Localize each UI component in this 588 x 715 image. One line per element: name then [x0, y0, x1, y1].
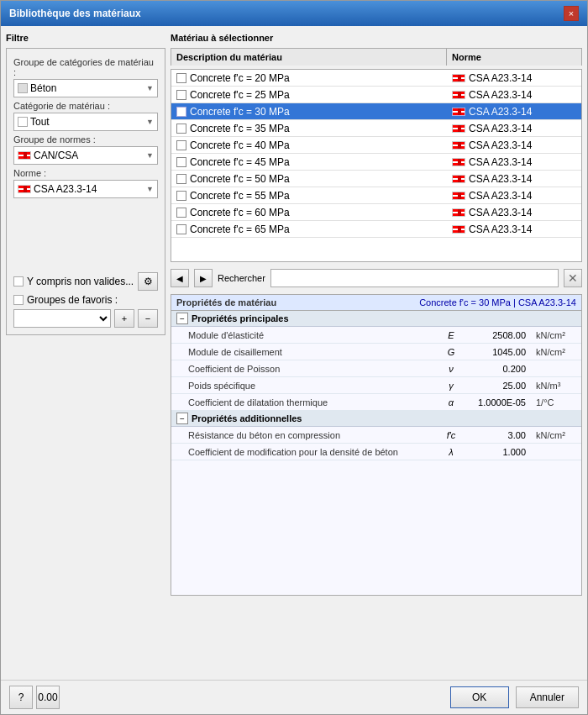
mat-cell-desc: Concrete f'c = 40 MPa — [171, 138, 447, 153]
norm-value: CSA A23.3-14 — [34, 183, 97, 195]
favorites-select[interactable] — [13, 309, 111, 328]
mat-checkbox — [176, 157, 186, 167]
nav-next-button[interactable]: ▶ — [194, 269, 213, 287]
search-input[interactable] — [270, 269, 559, 287]
norm-section: Norme : CSA A23.3-14 ▼ — [13, 168, 158, 198]
filter-group-box: Groupe de catégories de matériau : Béton… — [6, 48, 165, 335]
dropdown-arrow-4: ▼ — [146, 185, 154, 193]
table-row[interactable]: Concrete f'c = 35 MPa CSA A23.3-14 — [171, 120, 581, 137]
table-row[interactable]: Concrete f'c = 50 MPa CSA A23.3-14 — [171, 171, 581, 187]
prop-unit: kN/cm² — [531, 428, 581, 442]
properties-info: Concrete f'c = 30 MPa | CSA A23.3-14 — [419, 297, 576, 308]
favorites-checkbox[interactable] — [13, 295, 24, 305]
prop-name: Coefficient de dilatation thermique — [171, 396, 438, 409]
favorites-add-button[interactable]: + — [114, 309, 134, 328]
additional-section-toggle[interactable]: − — [176, 413, 188, 424]
search-label: Rechercher — [218, 273, 265, 283]
info-button[interactable]: 0.00 — [36, 686, 60, 709]
title-bar: Bibliothèque des matériaux × — [1, 1, 587, 26]
prop-unit: kN/m³ — [531, 379, 581, 392]
mat-cell-desc: Concrete f'c = 60 MPa — [171, 205, 447, 220]
property-row: Coefficient de Poisson ν 0.200 — [171, 360, 581, 377]
validate-settings-button[interactable]: ⚙ — [138, 272, 158, 291]
table-row[interactable]: Concrete f'c = 45 MPa CSA A23.3-14 — [171, 154, 581, 171]
dropdown-content-4: CSA A23.3-14 — [18, 183, 97, 195]
prop-name: Module d'élasticité — [171, 329, 438, 342]
mat-cell-desc: Concrete f'c = 45 MPa — [171, 155, 447, 170]
prop-unit: 1/°C — [531, 396, 581, 409]
properties-empty-space — [171, 460, 581, 595]
norm-group-label: Groupe de normes : — [13, 134, 158, 145]
prop-symbol: α — [438, 396, 464, 409]
validate-checkbox[interactable] — [13, 276, 24, 287]
prop-symbol: f'c — [438, 428, 464, 442]
dropdown-arrow-1: ▼ — [146, 84, 154, 92]
material-list-header: Description du matériau Norme — [171, 48, 582, 66]
mat-checkbox — [176, 73, 186, 83]
mat-cell-norm: CSA A23.3-14 — [447, 121, 581, 136]
table-row[interactable]: Concrete f'c = 25 MPa CSA A23.3-14 — [171, 87, 581, 103]
main-section-header: − Propriétés principales — [171, 311, 581, 327]
property-row: Module de cisaillement G 1045.00 kN/cm² — [171, 344, 581, 360]
norm-dropdown[interactable]: CSA A23.3-14 ▼ — [13, 180, 158, 198]
category-label: Catégorie de matériau : — [13, 101, 158, 111]
properties-panel: Propriétés de matériau Concrete f'c = 30… — [171, 294, 582, 596]
filter-label: Filtre — [6, 31, 165, 45]
prop-value: 3.00 — [464, 428, 531, 442]
cancel-button[interactable]: Annuler — [516, 686, 579, 708]
table-row[interactable]: Concrete f'c = 65 MPa CSA A23.3-14 — [171, 221, 581, 238]
right-panel: Matériau à sélectionner Description du m… — [171, 31, 582, 675]
main-dialog: Bibliothèque des matériaux × Filtre Grou… — [0, 0, 588, 715]
ok-button[interactable]: OK — [450, 686, 509, 708]
category-dropdown[interactable]: Tout ▼ — [13, 113, 158, 131]
table-row[interactable]: Concrete f'c = 30 MPa CSA A23.3-14 — [171, 103, 581, 120]
property-row: Poids spécifique γ 25.00 kN/m³ — [171, 377, 581, 394]
norm-group-section: Groupe de normes : CAN/CSA ▼ — [13, 134, 158, 165]
prop-unit — [531, 450, 581, 454]
bottom-left-icons: ? 0.00 — [9, 686, 60, 709]
mat-cell-norm: CSA A23.3-14 — [447, 222, 581, 237]
main-section-toggle[interactable]: − — [176, 313, 188, 324]
mat-cell-norm: CSA A23.3-14 — [447, 138, 581, 153]
norm-label: Norme : — [13, 168, 158, 178]
main-properties-rows: Module d'élasticité E 2508.00 kN/cm² Mod… — [171, 327, 581, 411]
mat-checkbox — [176, 174, 186, 184]
category-group-dropdown[interactable]: Béton ▼ — [13, 79, 158, 97]
mat-checkbox — [176, 208, 186, 218]
norm-group-dropdown[interactable]: CAN/CSA ▼ — [13, 146, 158, 165]
bottom-bar: ? 0.00 OK Annuler — [1, 680, 587, 714]
properties-header: Propriétés de matériau Concrete f'c = 30… — [171, 295, 581, 311]
canada-flag-small — [452, 158, 465, 166]
canada-flag-small — [452, 192, 465, 200]
prop-value: 25.00 — [464, 379, 531, 392]
filter-inner: Groupe de catégories de matériau : Béton… — [13, 57, 158, 328]
mat-checkbox — [176, 224, 186, 234]
property-row: Coefficient de modification pour la dens… — [171, 444, 581, 460]
table-row[interactable]: Concrete f'c = 60 MPa CSA A23.3-14 — [171, 204, 581, 221]
header-description: Description du matériau — [171, 49, 447, 66]
prop-value: 2508.00 — [464, 329, 531, 342]
table-row[interactable]: Concrete f'c = 55 MPa CSA A23.3-14 — [171, 187, 581, 204]
bottom-right-buttons: OK Annuler — [450, 686, 579, 708]
help-button[interactable]: ? — [9, 686, 33, 709]
mat-cell-desc: Concrete f'c = 50 MPa — [171, 171, 447, 187]
dropdown-content-2: Tout — [18, 116, 50, 128]
table-row[interactable]: Concrete f'c = 40 MPa CSA A23.3-14 — [171, 137, 581, 154]
search-clear-button[interactable]: ✕ — [564, 269, 582, 287]
main-section-label: Propriétés principales — [192, 313, 289, 323]
left-panel: Filtre Groupe de catégories de matériau … — [6, 31, 165, 675]
favorites-remove-button[interactable]: − — [138, 309, 158, 328]
table-row[interactable]: Concrete f'c = 20 MPa CSA A23.3-14 — [171, 70, 581, 87]
mat-checkbox — [176, 191, 186, 201]
norm-group-value: CAN/CSA — [34, 150, 78, 161]
category-group-section: Groupe de catégories de matériau : Béton… — [13, 57, 158, 97]
material-list[interactable]: Concrete f'c = 20 MPa CSA A23.3-14 Concr… — [171, 69, 582, 262]
validate-row: Y compris non valides... ⚙ — [13, 272, 158, 291]
dropdown-arrow-3: ▼ — [146, 151, 154, 160]
prop-value: 1.0000E-05 — [464, 396, 531, 409]
nav-prev-button[interactable]: ◀ — [171, 269, 189, 287]
mat-checkbox — [176, 90, 186, 100]
close-button[interactable]: × — [564, 6, 579, 21]
mat-cell-desc: Concrete f'c = 25 MPa — [171, 87, 447, 103]
prop-symbol: γ — [438, 379, 464, 392]
